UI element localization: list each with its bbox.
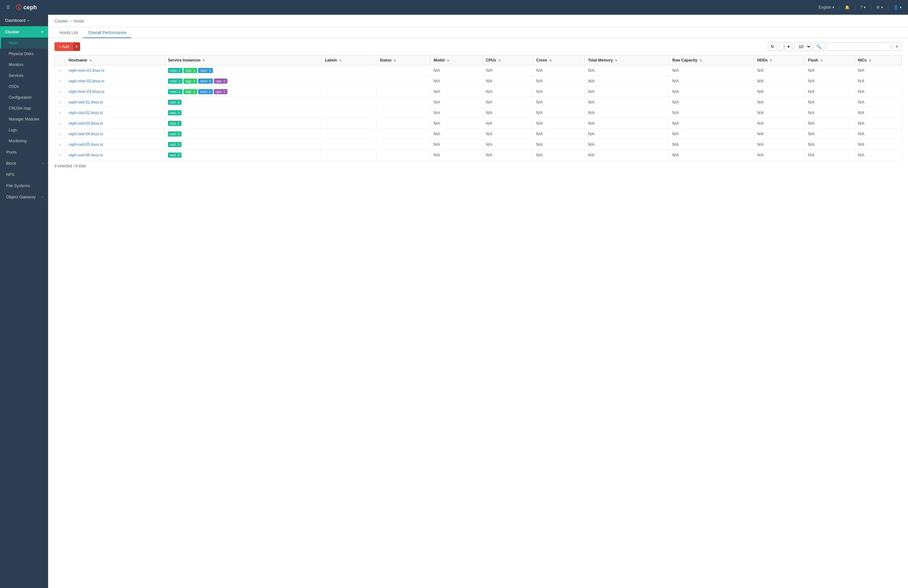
row-expand-button[interactable]: › bbox=[58, 68, 62, 73]
cell-cpus: N/A bbox=[483, 140, 533, 150]
badge-mgr: mgr: 1 bbox=[184, 68, 197, 73]
sidebar-item-manager-modules[interactable]: Manager Modules bbox=[0, 114, 48, 125]
search-icon-button[interactable]: 🔍 bbox=[813, 42, 824, 51]
cell-nics: N/A bbox=[855, 108, 901, 118]
cpus-sort-icon: ⇅ bbox=[498, 59, 501, 62]
badge-mon: mon: 1 bbox=[198, 68, 213, 73]
col-flash[interactable]: Flash ⇅ bbox=[805, 55, 855, 65]
sidebar-item-block[interactable]: Block › bbox=[0, 157, 48, 169]
sidebar-item-nfs[interactable]: NFS bbox=[0, 169, 48, 180]
cell-labels bbox=[322, 150, 377, 161]
row-expand-button[interactable]: › bbox=[58, 89, 62, 94]
table-row: ›ceph-mon-01.linux.iomds: 1mgr: 1mon: 1N… bbox=[55, 65, 902, 76]
cell-service-instances: osd: 3 bbox=[164, 108, 321, 118]
heart-icon: ♥ bbox=[27, 19, 30, 22]
cores-sort-icon: ⇅ bbox=[549, 59, 552, 62]
col-service-instances[interactable]: Service Instances ⇅ bbox=[164, 55, 321, 65]
cell-total-memory: N/A bbox=[585, 140, 669, 150]
service-instances-sort-icon: ⇅ bbox=[202, 59, 205, 62]
layout: Dashboard ♥ Cluster ▾ Hosts Physical Dis… bbox=[0, 15, 908, 588]
row-expand-button[interactable]: › bbox=[58, 153, 62, 157]
sidebar-item-configuration[interactable]: Configuration bbox=[0, 92, 48, 103]
sidebar-section-cluster[interactable]: Cluster ▾ bbox=[0, 26, 48, 37]
col-total-memory[interactable]: Total Memory ⇅ bbox=[585, 55, 669, 65]
cell-raw-capacity: N/A bbox=[669, 150, 754, 161]
cell-raw-capacity: N/A bbox=[669, 140, 754, 150]
col-nics[interactable]: NICs ⇅ bbox=[855, 55, 901, 65]
cell-nics: N/A bbox=[855, 140, 901, 150]
col-raw-capacity[interactable]: Raw Capacity ⇅ bbox=[669, 55, 754, 65]
badge-osd: osd: 3 bbox=[168, 153, 182, 157]
sidebar-item-hosts[interactable]: Hosts bbox=[0, 37, 48, 48]
help-button[interactable]: ? ▾ bbox=[858, 4, 868, 11]
row-expand-button[interactable]: › bbox=[58, 110, 62, 116]
cell-cores: N/A bbox=[533, 76, 585, 87]
tab-hosts-list[interactable]: Hosts List bbox=[55, 27, 83, 38]
tab-overall-performance[interactable]: Overall Performance bbox=[83, 27, 132, 38]
col-model[interactable]: Model ⇅ bbox=[430, 55, 483, 65]
cell-hdds: N/A bbox=[754, 150, 805, 161]
col-cores[interactable]: Cores ⇅ bbox=[533, 55, 585, 65]
sidebar-item-monitors[interactable]: Monitors bbox=[0, 59, 48, 70]
labels-sort-icon: ⇅ bbox=[339, 59, 341, 62]
cell-total-memory: N/A bbox=[585, 65, 669, 76]
status-col-label: Status bbox=[380, 58, 391, 63]
page-size-select[interactable]: 10 25 50 bbox=[794, 42, 811, 51]
navbar-right: English ▾ 🔔 ? ▾ ⚙ ▾ 👤 ▾ bbox=[816, 4, 904, 11]
cell-total-memory: N/A bbox=[585, 87, 669, 97]
sidebar-crush-map-label: CRUSH map bbox=[9, 106, 31, 111]
add-dropdown-button[interactable]: ▾ bbox=[73, 42, 80, 51]
columns-chevron-icon: ▾ bbox=[787, 44, 790, 49]
cell-cores: N/A bbox=[533, 97, 585, 108]
row-expand-button[interactable]: › bbox=[58, 79, 62, 84]
sidebar-item-crush-map[interactable]: CRUSH map bbox=[0, 103, 48, 114]
sidebar-file-systems-label: File Systems bbox=[6, 183, 30, 188]
hostname-sort-icon: ⇅ bbox=[89, 59, 92, 62]
cell-cpus: N/A bbox=[483, 108, 533, 118]
cell-flash: N/A bbox=[805, 108, 855, 118]
sidebar-item-monitoring[interactable]: Monitoring bbox=[0, 135, 48, 146]
clear-search-button[interactable]: ✕ bbox=[892, 42, 902, 51]
toolbar: + Add ▾ ↻ ⋮ ▾ 10 25 50 bbox=[48, 38, 908, 55]
sidebar-item-dashboard[interactable]: Dashboard ♥ bbox=[0, 15, 48, 26]
user-menu-button[interactable]: 👤 ▾ bbox=[891, 4, 904, 11]
sidebar-item-logs[interactable]: Logs bbox=[0, 125, 48, 135]
refresh-button[interactable]: ↻ bbox=[768, 42, 777, 51]
sidebar-item-pools[interactable]: Pools bbox=[0, 146, 48, 157]
badge-osd: osd: 3 bbox=[168, 100, 182, 105]
search-input[interactable] bbox=[826, 42, 890, 51]
row-expand-button[interactable]: › bbox=[58, 121, 62, 126]
cell-flash: N/A bbox=[805, 76, 855, 87]
cell-total-memory: N/A bbox=[585, 108, 669, 118]
language-selector[interactable]: English ▾ bbox=[816, 4, 837, 11]
cell-labels bbox=[322, 118, 377, 129]
badge-mon: mon: 1 bbox=[198, 89, 213, 94]
add-button[interactable]: + Add bbox=[55, 42, 73, 51]
cell-model: N/A bbox=[430, 97, 483, 108]
sidebar-item-file-systems[interactable]: File Systems bbox=[0, 180, 48, 191]
notifications-button[interactable]: 🔔 bbox=[842, 4, 852, 11]
col-cpus[interactable]: CPUs ⇅ bbox=[483, 55, 533, 65]
cpus-col-label: CPUs bbox=[486, 58, 496, 63]
cell-hostname: ceph-osd-02.linux.io bbox=[65, 108, 164, 118]
cell-labels bbox=[322, 76, 377, 87]
chevron-down-icon: ▾ bbox=[832, 5, 834, 10]
col-hdds[interactable]: HDDs ⇅ bbox=[754, 55, 805, 65]
breadcrumb-cluster[interactable]: Cluster bbox=[55, 19, 68, 23]
row-expand-button[interactable]: › bbox=[58, 132, 62, 137]
sidebar-item-services[interactable]: Services bbox=[0, 70, 48, 81]
row-expand-button[interactable]: › bbox=[58, 142, 62, 147]
hamburger-menu-button[interactable]: ☰ bbox=[4, 4, 13, 11]
sidebar-physical-disks-label: Physical Disks bbox=[9, 51, 33, 56]
cell-cores: N/A bbox=[533, 118, 585, 129]
sidebar-item-physical-disks[interactable]: Physical Disks bbox=[0, 48, 48, 59]
col-labels[interactable]: Labels ⇅ bbox=[322, 55, 377, 65]
settings-button[interactable]: ⚙ ▾ bbox=[874, 4, 885, 11]
sidebar-item-osds[interactable]: OSDs bbox=[0, 81, 48, 92]
col-hostname[interactable]: Hostname ⇅ bbox=[65, 55, 164, 65]
col-status[interactable]: Status ⇅ bbox=[377, 55, 430, 65]
row-expand-button[interactable]: › bbox=[58, 100, 62, 105]
columns-button[interactable]: ⋮ ▾ bbox=[779, 42, 792, 51]
ceph-logo-icon: ⓘ bbox=[16, 3, 21, 11]
sidebar-item-object-gateway[interactable]: Object Gateway › bbox=[0, 191, 48, 202]
